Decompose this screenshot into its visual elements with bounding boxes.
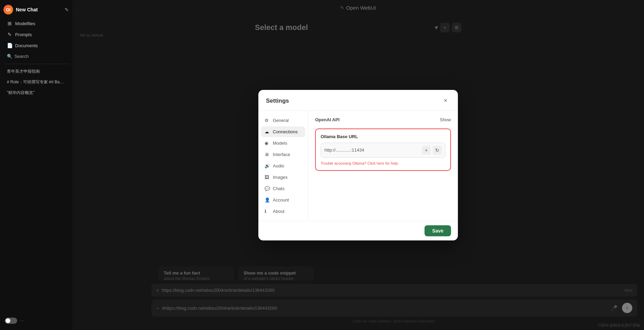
modal-nav: ⚙ General ☁ Connections ◉ Models 🖥 Inter… xyxy=(258,111,308,221)
modal-title: Settings xyxy=(266,97,289,104)
modal-nav-models[interactable]: ◉ Models xyxy=(261,138,305,148)
sidebar-item-modelfiles[interactable]: ⊞ Modelfiles xyxy=(2,18,70,29)
ollama-url-refresh-button[interactable]: ↻ xyxy=(433,146,442,155)
about-label: About xyxy=(273,209,285,214)
sidebar-item-prompts[interactable]: ✎ Prompts xyxy=(2,29,70,40)
documents-icon: 📄 xyxy=(7,43,12,48)
modal-nav-interface[interactable]: 🖥 Interface xyxy=(261,149,305,160)
modal-close-button[interactable]: × xyxy=(441,96,450,106)
images-icon: 🖼 xyxy=(265,175,270,180)
new-chat-edit-icon[interactable]: ✎ xyxy=(65,7,69,12)
about-icon: ℹ xyxy=(265,209,270,214)
ollama-url-add-button[interactable]: + xyxy=(422,146,431,155)
modal-nav-connections[interactable]: ☁ Connections xyxy=(261,126,305,137)
show-button[interactable]: Show xyxy=(440,117,451,122)
connections-icon: ☁ xyxy=(265,129,270,134)
modal-nav-general[interactable]: ⚙ General xyxy=(261,115,305,126)
images-label: Images xyxy=(273,175,288,180)
save-button[interactable]: Save xyxy=(425,225,451,236)
connections-label: Connections xyxy=(273,129,298,134)
audio-icon: 🔊 xyxy=(265,163,270,168)
models-label: Models xyxy=(273,141,287,146)
audio-label: Audio xyxy=(273,163,284,168)
account-label: Account xyxy=(273,197,289,203)
modal-content-area: OpenAI API Show Ollama Base URL http://.… xyxy=(308,111,458,221)
account-icon: 👤 xyxy=(265,197,270,203)
settings-modal: Settings × ⚙ General ☁ Connections ◉ Mod… xyxy=(258,90,458,240)
ollama-box-title: Ollama Base URL xyxy=(321,134,446,139)
logo-icon: OI xyxy=(3,5,13,14)
openai-api-header: OpenAI API Show xyxy=(315,117,451,122)
search-label: Search xyxy=(14,54,29,59)
sidebar-search[interactable]: 🔍 Search xyxy=(2,51,70,61)
documents-label: Documents xyxy=(15,43,38,48)
search-icon: 🔍 xyxy=(7,54,12,59)
modelfiles-label: Modelfiles xyxy=(15,21,35,26)
interface-icon: 🖥 xyxy=(265,152,270,157)
sidebar: OI New Chat ✎ ⊞ Modelfiles ✎ Prompts 📄 D… xyxy=(0,0,72,330)
sidebar-chat-3[interactable]: "精华内容概览" xyxy=(2,88,70,98)
ollama-box: Ollama Base URL http://............:1143… xyxy=(315,128,451,171)
general-label: General xyxy=(273,118,289,123)
modal-nav-audio[interactable]: 🔊 Audio xyxy=(261,161,305,171)
sidebar-chat-1[interactable]: 青年英才申报指南 xyxy=(2,66,70,76)
modal-body: ⚙ General ☁ Connections ◉ Models 🖥 Inter… xyxy=(258,111,458,221)
interface-label: Interface xyxy=(273,152,290,157)
sidebar-bottom: ···· xyxy=(0,314,72,327)
chats-icon: 💬 xyxy=(265,186,270,191)
sidebar-logo-area: OI New Chat xyxy=(3,5,38,14)
main-area: ✎ Open WebUI Select a model ▾ + ⚙ Set as… xyxy=(72,0,644,330)
sidebar-item-documents[interactable]: 📄 Documents xyxy=(2,40,70,51)
ollama-trouble-link[interactable]: Trouble accessing Ollama? Click here for… xyxy=(321,161,446,165)
modal-nav-account[interactable]: 👤 Account xyxy=(261,195,305,205)
theme-toggle[interactable] xyxy=(5,318,17,324)
prompts-label: Prompts xyxy=(15,32,32,37)
sidebar-app-title: New Chat xyxy=(16,7,38,12)
modal-footer: Save xyxy=(258,221,458,240)
sidebar-chat-2[interactable]: # Role：可研撰写专家 ## Backgrou xyxy=(2,77,70,87)
modal-header: Settings × xyxy=(258,90,458,111)
general-icon: ⚙ xyxy=(265,118,270,123)
prompts-icon: ✎ xyxy=(7,32,12,37)
ollama-url-row: http://............:11434 + ↻ xyxy=(321,143,446,158)
openai-api-label: OpenAI API xyxy=(315,117,340,122)
modal-nav-images[interactable]: 🖼 Images xyxy=(261,172,305,183)
modal-nav-chats[interactable]: 💬 Chats xyxy=(261,183,305,194)
modelfiles-icon: ⊞ xyxy=(7,21,12,26)
models-icon: ◉ xyxy=(265,141,270,146)
modal-nav-about[interactable]: ℹ About xyxy=(261,206,305,217)
chats-label: Chats xyxy=(273,186,285,191)
toggle-label: ···· xyxy=(20,319,24,323)
ollama-url-text[interactable]: http://............:11434 xyxy=(324,147,420,153)
sidebar-header: OI New Chat ✎ xyxy=(0,3,72,17)
sidebar-divider xyxy=(3,64,69,64)
toggle-knob xyxy=(6,318,10,323)
modal-overlay: Settings × ⚙ General ☁ Connections ◉ Mod… xyxy=(72,0,644,330)
